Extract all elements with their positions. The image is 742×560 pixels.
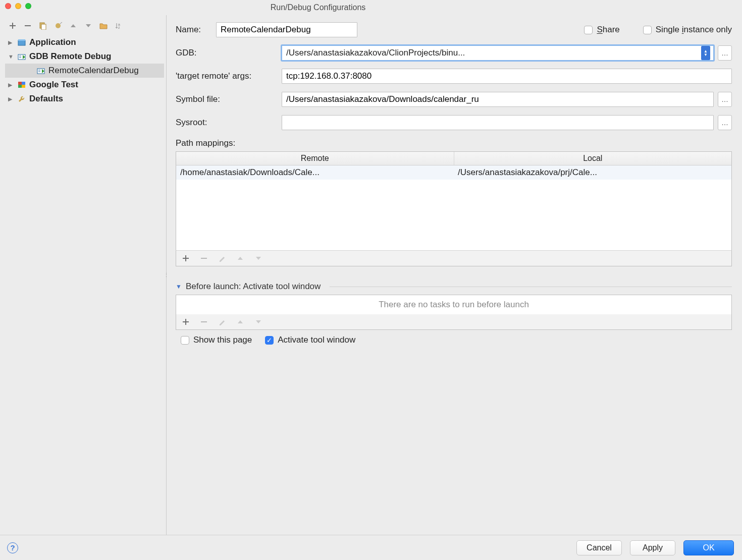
remote-debug-icon — [36, 67, 45, 75]
sysroot-input[interactable] — [282, 115, 636, 130]
close-window-icon[interactable] — [5, 3, 11, 9]
name-label: Name: — [176, 25, 216, 35]
svg-rect-5 — [18, 40, 25, 45]
application-icon — [17, 38, 26, 46]
cell-local[interactable]: /Users/anastasiakazakova/prj/Cale... — [454, 165, 636, 180]
table-row[interactable]: /home/anastasiak/Downloads/Cale... /User… — [176, 165, 636, 180]
checkbox-icon[interactable] — [584, 26, 593, 34]
svg-rect-11 — [18, 85, 22, 88]
column-header-local[interactable]: Local — [454, 152, 637, 165]
sysroot-label: Sysroot: — [176, 118, 282, 128]
before-launch-title: Before launch: Activate tool window — [186, 282, 321, 292]
activate-tool-window-checkbox[interactable]: Activate tool window — [265, 335, 355, 345]
collapse-icon[interactable]: ▼ — [8, 53, 14, 60]
settings-icon[interactable] — [54, 21, 63, 30]
remove-icon[interactable] — [199, 317, 208, 326]
remove-icon[interactable] — [23, 21, 32, 30]
tree-node-google-test[interactable]: ▶ Google Test — [5, 78, 164, 92]
remove-icon[interactable] — [199, 254, 208, 263]
before-launch-toolbar — [176, 314, 636, 330]
copy-icon[interactable] — [38, 21, 47, 30]
remote-debug-icon — [17, 52, 26, 61]
tasks-empty-text: There are no tasks to run before launch — [379, 300, 529, 310]
disclosure-triangle-icon[interactable]: ▼ — [176, 283, 182, 290]
symbol-file-label: Symbol file: — [176, 94, 282, 104]
path-mappings-label: Path mappings: — [176, 138, 636, 148]
target-remote-label: 'target remote' args: — [176, 71, 282, 81]
move-up-icon[interactable] — [236, 254, 245, 263]
splitter-handle[interactable] — [165, 15, 168, 480]
window-title: Run/Debug Configurations — [0, 3, 636, 12]
edit-icon[interactable] — [218, 317, 227, 326]
svg-rect-6 — [18, 39, 25, 41]
symbol-file-input[interactable] — [282, 92, 636, 107]
mappings-toolbar — [176, 250, 636, 266]
move-down-icon[interactable] — [254, 317, 263, 326]
name-input[interactable] — [216, 22, 357, 37]
before-launch-tasks[interactable]: There are no tasks to run before launch — [176, 295, 636, 315]
gdb-combobox[interactable]: /Users/anastasiakazakova/ClionProjects/b… — [282, 45, 636, 61]
gdb-value: /Users/anastasiakazakova/ClionProjects/b… — [286, 48, 636, 58]
sidebar-toolbar: az — [5, 19, 164, 35]
add-icon[interactable] — [181, 254, 190, 263]
edit-icon[interactable] — [218, 254, 227, 263]
svg-rect-1 — [41, 24, 46, 30]
add-icon[interactable] — [8, 21, 17, 30]
tree-node-label: GDB Remote Debug — [29, 51, 111, 62]
checkbox-icon[interactable] — [181, 336, 189, 345]
svg-text:z: z — [118, 26, 120, 29]
column-header-remote[interactable]: Remote — [176, 152, 454, 165]
folder-icon[interactable] — [99, 21, 108, 30]
tree-node-label: Defaults — [29, 94, 63, 104]
path-mappings-table: Remote Local /home/anastasiak/Downloads/… — [176, 151, 636, 251]
move-up-icon[interactable] — [69, 21, 78, 30]
target-remote-input[interactable] — [282, 69, 636, 84]
svg-point-2 — [56, 23, 61, 28]
tree-node-application[interactable]: ▶ Application — [5, 35, 164, 49]
cell-remote[interactable]: /home/anastasiak/Downloads/Cale... — [176, 165, 454, 180]
checkbox-icon[interactable] — [265, 336, 274, 345]
svg-rect-9 — [18, 82, 22, 85]
configuration-form: Name: Share Single instance only GDB: /U… — [167, 15, 636, 480]
tree-node-gdb-remote-debug[interactable]: ▼ GDB Remote Debug — [5, 49, 164, 64]
sort-icon[interactable]: az — [114, 21, 123, 30]
svg-rect-12 — [22, 85, 25, 88]
move-up-icon[interactable] — [236, 317, 245, 326]
tree-node-label: Application — [29, 37, 76, 47]
wrench-icon — [17, 95, 26, 103]
title-bar: Run/Debug Configurations — [0, 0, 636, 15]
minimize-window-icon[interactable] — [15, 3, 21, 9]
expand-icon[interactable]: ▶ — [8, 39, 14, 46]
move-down-icon[interactable] — [84, 21, 93, 30]
share-checkbox[interactable]: Share — [584, 25, 619, 35]
zoom-window-icon[interactable] — [25, 3, 31, 9]
tree-node-label: RemoteCalendarDebug — [48, 66, 139, 76]
sidebar: az ▶ Application ▼ GDB Remote Debug Remo… — [0, 15, 167, 480]
table-empty-area[interactable] — [176, 180, 636, 250]
before-launch-disclosure[interactable]: ▼ Before launch: Activate tool window — [176, 282, 636, 292]
move-down-icon[interactable] — [254, 254, 263, 263]
tree-node-label: Google Test — [29, 80, 78, 90]
tree-node-defaults[interactable]: ▶ Defaults — [5, 92, 164, 106]
tree-node-remote-calendar-debug[interactable]: RemoteCalendarDebug — [5, 64, 164, 78]
gdb-label: GDB: — [176, 48, 282, 58]
svg-rect-10 — [22, 82, 25, 85]
add-icon[interactable] — [181, 317, 190, 326]
show-this-page-checkbox[interactable]: Show this page — [181, 335, 252, 345]
expand-icon[interactable]: ▶ — [8, 82, 14, 88]
configurations-tree[interactable]: ▶ Application ▼ GDB Remote Debug RemoteC… — [5, 35, 164, 106]
expand-icon[interactable]: ▶ — [8, 96, 14, 102]
google-test-icon — [17, 81, 26, 89]
